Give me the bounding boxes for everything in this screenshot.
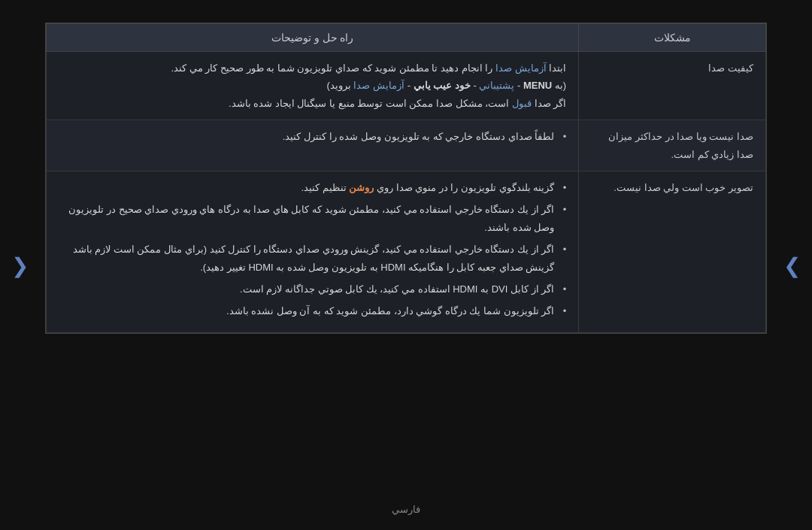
solution-list-3: گزينه بلندگوي تلويزيون را در منوي صدا رو… <box>59 179 566 320</box>
list-item: اگر از يك دستگاه خارجي استفاده مي كنيد، … <box>59 241 566 276</box>
footer-language: فارسي <box>392 504 420 515</box>
troubleshoot-table: مشكلات راه حل و توضيحات كيفيت صدا ابتدا … <box>46 23 766 333</box>
list-item: اگر از يك دستگاه خارجي استفاده مي كنيد، … <box>59 201 566 236</box>
solution-cell-2: لطفاً صداي دستگاه خارجي كه به تلويزيون و… <box>47 120 579 171</box>
solution-cell-1: ابتدا آزمايش صدا را انجام دهيد تا مطمئن … <box>47 52 579 120</box>
table-row: صدا نيست ويا صدا در حداكثر ميزان صدا زيا… <box>47 120 766 171</box>
page-wrapper: مشكلات راه حل و توضيحات كيفيت صدا ابتدا … <box>0 0 812 530</box>
menu-label: MENU <box>523 80 552 91</box>
highlight-3: آزمايش صدا <box>353 80 404 91</box>
solution-cell-3: گزينه بلندگوي تلويزيون را در منوي صدا رو… <box>47 171 579 332</box>
table-row: تصوير خوب است ولي صدا نيست. گزينه بلندگو… <box>47 171 766 332</box>
highlight-1: آزمايش صدا <box>495 62 547 74</box>
self-diag-label: خود عيب يابي <box>414 80 471 91</box>
col-header-problem: مشكلات <box>579 24 766 52</box>
list-item: اگر تلويزيون شما يك درگاه گوشي دارد، مطم… <box>59 302 566 320</box>
footer: فارسي <box>45 489 767 515</box>
nav-arrow-left[interactable]: ❮ <box>11 253 29 277</box>
main-table-container: مشكلات راه حل و توضيحات كيفيت صدا ابتدا … <box>45 23 767 334</box>
list-item: لطفاً صداي دستگاه خارجي كه به تلويزيون و… <box>59 128 566 145</box>
list-item: اگر از كابل DVI به HDMI استفاده مي كنيد،… <box>59 280 566 298</box>
solution-list-2: لطفاً صداي دستگاه خارجي كه به تلويزيون و… <box>59 128 566 145</box>
col-header-solution: راه حل و توضيحات <box>47 24 579 52</box>
problem-cell-2: صدا نيست ويا صدا در حداكثر ميزان صدا زيا… <box>579 120 766 171</box>
nav-arrow-right[interactable]: ❯ <box>783 253 801 277</box>
problem-cell-3: تصوير خوب است ولي صدا نيست. <box>579 171 766 332</box>
list-item: گزينه بلندگوي تلويزيون را در منوي صدا رو… <box>59 179 566 196</box>
highlight-on: روشن <box>349 182 374 193</box>
table-row: كيفيت صدا ابتدا آزمايش صدا را انجام دهيد… <box>47 52 766 120</box>
highlight-4: قبول <box>512 98 532 109</box>
highlight-2: پشتيباني <box>479 80 514 91</box>
problem-cell-1: كيفيت صدا <box>579 52 766 120</box>
